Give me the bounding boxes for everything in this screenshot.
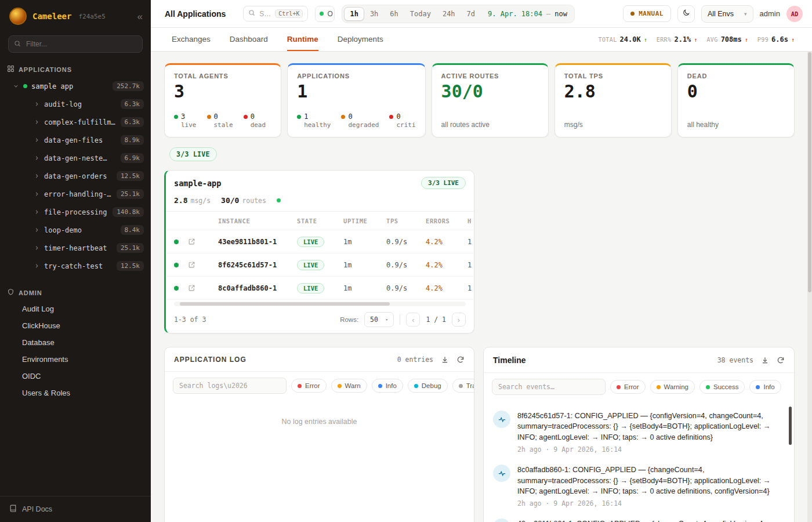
time-range-7d[interactable]: 7d xyxy=(461,7,481,21)
app-name[interactable]: sample-app xyxy=(174,179,221,188)
admin-icon xyxy=(7,288,14,297)
admin-item-clickhouse[interactable]: ClickHouse xyxy=(0,317,151,334)
admin-item-audit-log[interactable]: Audit Log xyxy=(0,300,151,317)
external-link-icon[interactable] xyxy=(188,238,218,245)
level-dot xyxy=(338,384,342,388)
filter-chip-success[interactable]: Success xyxy=(699,380,745,394)
log-search-input[interactable] xyxy=(173,378,287,394)
manual-mode-button[interactable]: MANUAL xyxy=(623,5,671,22)
chip-label: Info xyxy=(386,382,397,389)
timeline-event[interactable]: 8c0affadb860-1: CONFIG_APPLIED — {change… xyxy=(493,460,782,514)
tree-item-count-badge: 8.9k xyxy=(121,135,144,145)
filter-chip-debug[interactable]: Debug xyxy=(408,379,448,393)
stat-value: 0 xyxy=(687,82,785,101)
legend-healthy: 1healthy xyxy=(297,113,331,129)
time-range-today[interactable]: Today xyxy=(404,7,437,21)
filter-chip-trace[interactable]: Trace xyxy=(452,379,474,393)
admin-item-database[interactable]: Database xyxy=(0,334,151,351)
table-row[interactable]: 8c0affadb860-1 LIVE 1m 0.9/s 4.2% 1 xyxy=(166,277,474,300)
timeline-event[interactable]: 8f6245c61d57-1: CONFIG_APPLIED — {config… xyxy=(493,406,782,460)
chip-label: Debug xyxy=(422,382,441,389)
pagination-prev[interactable]: ‹ xyxy=(406,313,420,327)
metric-label: P99 xyxy=(757,37,768,43)
tree-item-timer-heartbeat[interactable]: timer-heartbeat25.1k xyxy=(0,239,151,257)
filter-chip-error[interactable]: Error xyxy=(291,379,327,393)
tree-item-count-badge: 12.5k xyxy=(117,261,144,271)
admin-item-oidc[interactable]: OIDC xyxy=(0,368,151,385)
external-link-icon[interactable] xyxy=(188,261,218,269)
refresh-icon[interactable] xyxy=(456,356,465,364)
pagination-next[interactable]: › xyxy=(452,313,466,327)
legend-live: 3live xyxy=(174,113,197,129)
external-link-icon[interactable] xyxy=(188,284,218,292)
tab-exchanges[interactable]: Exchanges xyxy=(172,28,211,51)
tab-runtime[interactable]: Runtime xyxy=(287,28,318,51)
tree-item-loop-demo[interactable]: loop-demo8.4k xyxy=(0,221,151,239)
time-range-start[interactable]: 9. Apr. 18:04 xyxy=(488,10,542,18)
online-chip[interactable]: O xyxy=(315,6,335,22)
tree-item-data-gen-orders[interactable]: data-gen-orders12.5k xyxy=(0,167,151,185)
sidebar-collapse-button[interactable]: « xyxy=(137,12,143,21)
time-range-end[interactable]: now xyxy=(554,10,567,18)
horizontal-scrollbar[interactable] xyxy=(174,302,466,306)
api-docs-link[interactable]: API Docs xyxy=(0,496,151,522)
topbar-right-cluster: MANUAL All Envs ▾ admin AD xyxy=(623,5,803,23)
timeline-search-input[interactable] xyxy=(492,379,606,395)
page-scrollbar[interactable] xyxy=(807,52,812,522)
tree-item-file-processing[interactable]: file-processing140.8k xyxy=(0,203,151,221)
tree-item-error-handling[interactable]: error-handling-…25.1k xyxy=(0,185,151,203)
refresh-icon[interactable] xyxy=(777,356,785,364)
tree-item-count-badge: 6.9k xyxy=(121,153,144,163)
table-row[interactable]: 8f6245c61d57-1 LIVE 1m 0.9/s 4.2% 1 xyxy=(166,253,474,277)
admin-header-label: ADMIN xyxy=(19,289,42,296)
stat-legend: 1healthy 0degraded 0criti xyxy=(297,113,415,129)
tree-item-audit-log[interactable]: audit-log6.3k xyxy=(0,95,151,113)
section-admin: ADMIN xyxy=(0,283,151,300)
dark-mode-toggle[interactable] xyxy=(677,5,695,23)
routes-stat: 30/0routes xyxy=(221,196,266,205)
pulse-icon xyxy=(498,469,506,478)
time-range-6h[interactable]: 6h xyxy=(384,7,404,21)
sidebar-filter xyxy=(0,31,151,60)
filter-chip-info[interactable]: Info xyxy=(372,379,403,393)
admin-item-users-roles[interactable]: Users & Roles xyxy=(0,385,151,401)
stat-card-total-tps: TOTAL TPS 2.8 msg/s xyxy=(554,63,672,137)
global-search[interactable]: S… Ctrl+K xyxy=(243,6,308,21)
metric-label: TOTAL xyxy=(598,37,617,43)
scrollbar-thumb[interactable] xyxy=(180,302,390,306)
admin-item-environments[interactable]: Environments xyxy=(0,351,151,368)
app-card-stats: 2.8msg/s 30/0routes xyxy=(166,193,474,212)
time-range-24h[interactable]: 24h xyxy=(437,7,461,21)
filter-chip-info[interactable]: Info xyxy=(749,380,781,394)
tree-item-label: loop-demo xyxy=(44,226,82,234)
time-range-3h[interactable]: 3h xyxy=(364,7,384,21)
time-range-1h[interactable]: 1h xyxy=(344,7,364,21)
table-row[interactable]: 43ee9811b801-1 LIVE 1m 0.9/s 4.2% 1 xyxy=(166,230,474,253)
event-text: 43ee9811b801-1: CONFIG_APPLIED — {change… xyxy=(517,519,765,522)
scrollbar-thumb[interactable] xyxy=(808,52,811,292)
env-select[interactable]: All Envs ▾ xyxy=(701,5,753,23)
timeline-event[interactable]: 43ee9811b801-1: CONFIG_APPLIED — {change… xyxy=(493,514,782,522)
tree-item-data-gen-files[interactable]: data-gen-files8.9k xyxy=(0,131,151,149)
tree-item-complex-fulfillment[interactable]: complex-fulfillm…6.3k xyxy=(0,113,151,131)
download-icon[interactable] xyxy=(761,356,769,364)
level-dot xyxy=(378,384,382,388)
legend-num: 3 xyxy=(181,113,197,121)
col-heap: H xyxy=(467,217,474,224)
chevron-right-icon xyxy=(34,263,40,269)
download-icon[interactable] xyxy=(441,356,449,364)
tree-item-sample-app[interactable]: sample app 252.7k xyxy=(0,77,151,95)
tab-deployments[interactable]: Deployments xyxy=(338,28,383,51)
tab-dashboard[interactable]: Dashboard xyxy=(230,28,268,51)
filter-chip-warn[interactable]: Warn xyxy=(331,379,367,393)
filter-input[interactable] xyxy=(8,35,143,53)
rows-per-page-select[interactable]: 50▾ xyxy=(364,312,394,327)
filter-chip-warning[interactable]: Warning xyxy=(650,380,695,394)
avatar[interactable]: AD xyxy=(786,6,803,22)
timeline-scrollbar-thumb[interactable] xyxy=(789,407,792,445)
filter-chip-error[interactable]: Error xyxy=(610,380,646,394)
tree-item-data-gen-nested[interactable]: data-gen-neste…6.9k xyxy=(0,149,151,167)
live-summary-badge: 3/3 LIVE xyxy=(169,147,217,161)
app-card-sample-app: sample-app 3/3 LIVE 2.8msg/s 30/0routes … xyxy=(164,170,474,334)
tree-item-try-catch-test[interactable]: try-catch-test12.5k xyxy=(0,257,151,275)
